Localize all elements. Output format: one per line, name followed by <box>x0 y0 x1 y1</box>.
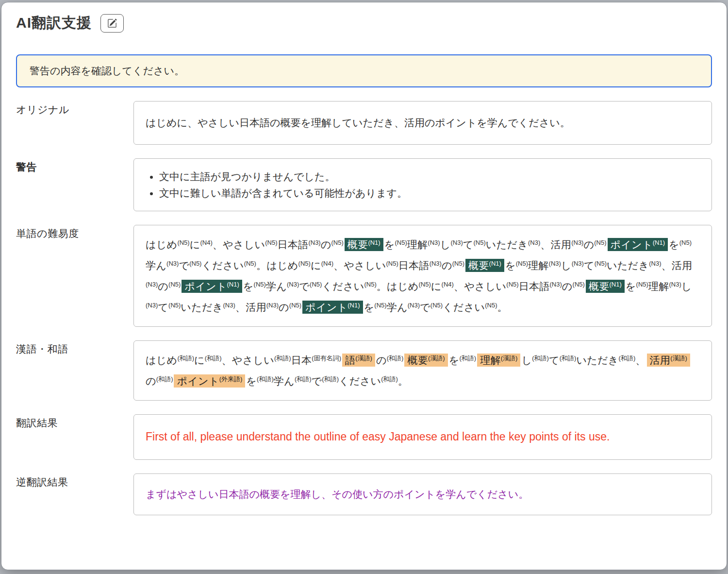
back-translation-row: 逆翻訳結果 まずはやさしい日本語の概要を理解し、その使い方のポイントを学んでくだ… <box>16 473 712 516</box>
token-tag: (N3) <box>450 239 463 246</box>
token: で(N5) <box>299 281 322 292</box>
token: はじめ(N5) <box>146 239 190 250</box>
warnings-list: 文中に主語が見つかりませんでした。文中に難しい単語が含まれている可能性があります… <box>146 169 700 201</box>
token: 学ん(N3) <box>146 260 179 271</box>
token: て(N5) <box>158 302 181 313</box>
token-tag: (N5) <box>636 281 648 288</box>
back-translation-label: 逆翻訳結果 <box>16 473 133 489</box>
token: 。 <box>497 302 508 313</box>
modal-header: AI翻訳支援 <box>16 13 712 33</box>
highlighted-token: 概要(N1) <box>465 259 504 272</box>
token: 。 <box>377 281 387 292</box>
token: いただき(N3) <box>607 260 661 271</box>
token: の(N5) <box>442 260 464 271</box>
token: を(N5) <box>669 239 692 250</box>
token: やさしい(和語) <box>232 355 291 366</box>
highlighted-token: 概要(N1) <box>586 280 625 293</box>
token-tag: (外来語) <box>219 375 243 383</box>
token: て(和語) <box>549 355 576 366</box>
token: を(和語) <box>246 375 273 387</box>
token-tag: (N3) <box>266 302 279 309</box>
token: に(N4) <box>190 239 213 250</box>
highlighted-token: ポイント(N1) <box>608 238 668 251</box>
token-tag: (N4) <box>321 260 333 267</box>
token-tag: (N3) <box>669 281 681 288</box>
token-tag: (和語) <box>257 375 274 383</box>
token: やさしい(N5) <box>344 260 398 271</box>
token: はじめ(和語) <box>146 355 194 366</box>
token: の(N5) <box>321 239 344 250</box>
token-tag: (N5) <box>595 260 607 267</box>
highlighted-token: 語(漢語) <box>342 354 375 367</box>
token: はじめ(N5) <box>266 260 311 271</box>
warning-item: 文中に難しい単語が含まれている可能性があります。 <box>159 185 700 201</box>
token-tag: (N5) <box>298 260 311 267</box>
back-translation-text: まずはやさしい日本語の概要を理解し、その使い方のポイントを学んでください。 <box>146 489 529 500</box>
token-tag: (和語) <box>532 355 549 362</box>
token: 学ん(N3) <box>266 281 299 292</box>
token-tag: (N3) <box>146 281 158 288</box>
token: 理解(N3) <box>528 260 561 271</box>
token: し(和語) <box>521 355 548 366</box>
token: で(N5) <box>179 260 201 271</box>
kango-wago-label: 漢語・和語 <box>16 340 133 356</box>
token-tag: (N5) <box>452 260 464 267</box>
token-tag: (N5) <box>516 260 528 267</box>
token: し(N3) <box>440 239 463 250</box>
token-tag: (N3) <box>550 281 562 288</box>
token-tag: (N5) <box>474 239 486 246</box>
translation-label: 翻訳結果 <box>16 414 133 430</box>
token: 理解(N3) <box>407 239 440 250</box>
token: を(N5) <box>384 239 407 250</box>
token-tag: (N5) <box>331 239 344 246</box>
difficulty-text: はじめ(N5)に(N4)、やさしい(N5)日本語(N3)の(N5)概要(N1)を… <box>146 239 692 313</box>
token-tag: (N5) <box>395 239 407 246</box>
difficulty-label: 単語の難易度 <box>16 225 133 240</box>
token: 、 <box>333 260 344 271</box>
token: 。 <box>256 260 266 271</box>
token-tag: (和語) <box>322 375 339 383</box>
page-title: AI翻訳支援 <box>16 13 92 33</box>
pencil-square-icon <box>107 18 117 28</box>
token: ください(N5) <box>201 260 256 271</box>
token: を(N5) <box>243 281 266 292</box>
token: で(和語) <box>312 375 339 387</box>
token-tag: (N3) <box>428 239 440 246</box>
token-tag: (N4) <box>442 281 454 288</box>
token: の(N5) <box>279 302 301 313</box>
edit-button[interactable] <box>100 14 124 33</box>
token-tag: (N3) <box>308 239 320 246</box>
highlighted-token: ポイント(N1) <box>182 280 242 293</box>
token: 活用(N3) <box>551 239 584 250</box>
token: の(N5) <box>583 239 606 250</box>
token-tag: (N5) <box>485 302 497 309</box>
token-tag: (N5) <box>594 239 606 246</box>
token: いただき(N3) <box>181 302 235 313</box>
token-tag: (和語) <box>274 355 291 362</box>
token-tag: (N4) <box>200 239 212 246</box>
highlighted-token: 理解(漢語) <box>477 354 520 367</box>
token-tag: (N5) <box>573 281 585 288</box>
token: を(N5) <box>364 302 387 313</box>
highlighted-token: ポイント(外来語) <box>174 374 245 388</box>
token: ください(N5) <box>322 281 376 292</box>
token: 日本語(N3) <box>278 239 321 250</box>
token-tag: (N3) <box>408 302 420 309</box>
token: 、 <box>661 260 671 271</box>
token: 日本(固有名詞) <box>291 355 341 366</box>
token: て(N5) <box>584 260 607 271</box>
token: に(和語) <box>194 355 221 366</box>
highlighted-token: 概要(漢語) <box>404 354 447 367</box>
token: の(和語) <box>146 375 173 387</box>
token-tag: (和語) <box>156 375 173 383</box>
token-tag: (和語) <box>619 355 636 362</box>
highlighted-token: ポイント(N1) <box>302 301 363 314</box>
token-tag: (漢語) <box>670 355 687 362</box>
token: ください(和語) <box>339 375 398 387</box>
token: 。 <box>398 375 408 387</box>
token: 、 <box>635 355 645 366</box>
token: を(和語) <box>449 355 476 366</box>
difficulty-box: はじめ(N5)に(N4)、やさしい(N5)日本語(N3)の(N5)概要(N1)を… <box>133 225 712 327</box>
token-tag: (和語) <box>381 375 398 383</box>
token-tag: (N3) <box>223 302 235 309</box>
